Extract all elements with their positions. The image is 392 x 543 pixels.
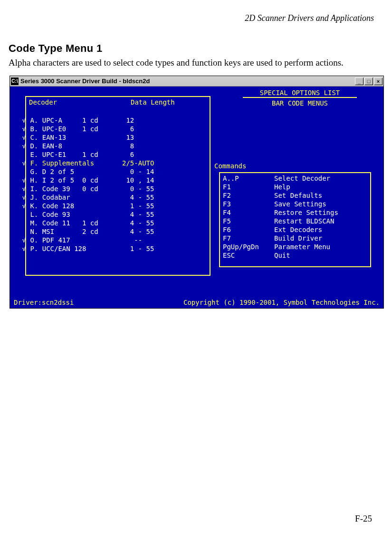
- decoder-length: 8: [122, 142, 174, 150]
- command-key[interactable]: F1: [223, 183, 274, 191]
- decoder-length: 4 - 55: [122, 193, 174, 202]
- dos-window: C:\ Series 3000 Scanner Driver Build - b…: [10, 76, 384, 309]
- command-action: Set Defaults: [274, 191, 322, 200]
- command-row: A..PSelect Decoder: [223, 174, 367, 183]
- command-action: Build Driver: [274, 234, 322, 242]
- options-title: SPECIAL OPTIONS LIST: [226, 88, 373, 97]
- decoder-name: B. UPC-E0 1 cd: [26, 125, 122, 133]
- decoder-length: 4 - 55: [122, 210, 174, 219]
- decoder-name: P. UCC/EAN 128: [26, 244, 122, 253]
- minimize-button[interactable]: _: [355, 78, 363, 85]
- decoder-name: D. EAN-8: [26, 142, 122, 150]
- command-row: F2Set Defaults: [223, 191, 367, 200]
- command-key[interactable]: ESC: [223, 251, 274, 260]
- command-key[interactable]: F4: [223, 208, 274, 217]
- intro-text: Alpha characters are used to select code…: [9, 58, 374, 68]
- command-action: Ext Decoders: [274, 225, 322, 234]
- decoder-length: 2/5-AUTO: [122, 159, 174, 167]
- decoder-checkmark: √: [17, 184, 26, 193]
- decoder-checkmark: √: [17, 176, 26, 184]
- decoder-name: N. MSI 2 cd: [26, 227, 122, 236]
- decoder-length: 13: [122, 133, 174, 142]
- window-title: Series 3000 Scanner Driver Build - bldsc…: [20, 78, 354, 85]
- decoder-checkmark: [17, 227, 26, 236]
- decoder-row[interactable]: √ P. UCC/EAN 128 1 - 55: [29, 244, 207, 253]
- decoder-checkmark: [17, 150, 26, 159]
- decoder-row[interactable]: E. UPC-E1 1 cd 6: [29, 150, 207, 159]
- decoder-row[interactable]: √ H. I 2 of 5 0 cd 10 , 14: [29, 176, 207, 184]
- decoder-checkmark: [17, 210, 26, 219]
- decoder-row[interactable]: N. MSI 2 cd 4 - 55: [29, 227, 207, 236]
- command-row: PgUp/PgDnParameter Menu: [223, 242, 367, 251]
- decoder-length: 12: [122, 116, 174, 125]
- command-key[interactable]: F7: [223, 234, 274, 242]
- command-row: ESCQuit: [223, 251, 367, 260]
- titlebar: C:\ Series 3000 Scanner Driver Build - b…: [10, 76, 383, 87]
- page-number: F-25: [355, 514, 372, 524]
- command-action: Select Decoder: [274, 174, 330, 183]
- command-key[interactable]: F2: [223, 191, 274, 200]
- decoder-row[interactable]: √ O. PDF 417 --: [29, 236, 207, 244]
- decoder-row[interactable]: √ K. Code 128 1 - 55: [29, 202, 207, 210]
- command-row: F4Restore Settings: [223, 208, 367, 217]
- command-row: F6Ext Decoders: [223, 225, 367, 234]
- decoder-checkmark: √: [17, 202, 26, 210]
- section-title: Code Type Menu 1: [9, 42, 374, 55]
- decoder-length: 1 - 55: [122, 244, 174, 253]
- decoder-checkmark: √: [17, 244, 26, 253]
- decoder-row[interactable]: √ F. Supplementals2/5-AUTO: [29, 159, 207, 167]
- command-row: F7Build Driver: [223, 234, 367, 242]
- command-action: Help: [274, 183, 290, 191]
- decoder-name: K. Code 128: [26, 202, 122, 210]
- decoder-length: --: [122, 236, 174, 244]
- decoder-row[interactable]: √ B. UPC-E0 1 cd 6: [29, 125, 207, 133]
- decoder-checkmark: √: [17, 159, 26, 167]
- decoder-panel: Decoder Data Length √ A. UPC-A 1 cd 12√ …: [25, 96, 210, 276]
- decoder-name: H. I 2 of 5 0 cd: [26, 176, 122, 184]
- command-row: F3Save Settings: [223, 200, 367, 208]
- options-heading: SPECIAL OPTIONS LIST BAR CODE MENUS: [226, 88, 373, 107]
- system-menu-icon[interactable]: C:\: [11, 78, 19, 85]
- command-action: Quit: [274, 251, 290, 260]
- command-key[interactable]: PgUp/PgDn: [223, 242, 274, 251]
- command-key[interactable]: A..P: [223, 174, 274, 183]
- decoder-row[interactable]: G. D 2 of 5 0 - 14: [29, 167, 207, 176]
- decoder-row[interactable]: √ D. EAN-8 8: [29, 142, 207, 150]
- command-row: F5Restart BLDSCAN: [223, 217, 367, 225]
- command-key[interactable]: F6: [223, 225, 274, 234]
- close-button[interactable]: ×: [374, 78, 382, 85]
- decoder-name: F. Supplementals: [26, 159, 122, 167]
- decoder-length: 4 - 55: [122, 219, 174, 227]
- decoder-checkmark: √: [17, 125, 26, 133]
- decoder-row[interactable]: √ C. EAN-13 13: [29, 133, 207, 142]
- decoder-checkmark: √: [17, 116, 26, 125]
- command-key[interactable]: F5: [223, 217, 274, 225]
- command-action: Parameter Menu: [274, 242, 330, 251]
- decoder-checkmark: √: [17, 193, 26, 202]
- command-row: F1Help: [223, 183, 367, 191]
- decoder-name: M. Code 11 1 cd: [26, 219, 122, 227]
- decoder-length: 6: [122, 150, 174, 159]
- maximize-button[interactable]: □: [364, 78, 373, 85]
- decoder-header-name: Decoder: [29, 98, 131, 107]
- command-action: Restart BLDSCAN: [274, 217, 334, 225]
- decoder-header-length: Data Length: [131, 98, 175, 107]
- dos-screen: SPECIAL OPTIONS LIST BAR CODE MENUS Comm…: [10, 87, 383, 308]
- decoder-row[interactable]: M. Code 11 1 cd 4 - 55: [29, 219, 207, 227]
- command-key[interactable]: F3: [223, 200, 274, 208]
- decoder-row[interactable]: √ J. Codabar 4 - 55: [29, 193, 207, 202]
- decoder-row[interactable]: √ A. UPC-A 1 cd 12: [29, 116, 207, 125]
- running-head: 2D Scanner Drivers and Applications: [9, 13, 374, 23]
- decoder-length: 4 - 55: [122, 227, 174, 236]
- decoder-name: O. PDF 417: [26, 236, 122, 244]
- decoder-name: J. Codabar: [26, 193, 122, 202]
- decoder-row[interactable]: √ I. Code 39 0 cd 0 - 55: [29, 184, 207, 193]
- options-rule: [243, 97, 357, 98]
- decoder-length: 1 - 55: [122, 202, 174, 210]
- driver-name: scn2dssi: [42, 298, 74, 307]
- options-subtitle: BAR CODE MENUS: [226, 99, 373, 107]
- decoder-row[interactable]: L. Code 93 4 - 55: [29, 210, 207, 219]
- command-action: Restore Settings: [274, 208, 338, 217]
- decoder-checkmark: √: [17, 236, 26, 244]
- status-bar: Driver: scn2dssi Copyright (c) 1990-2001…: [10, 297, 383, 308]
